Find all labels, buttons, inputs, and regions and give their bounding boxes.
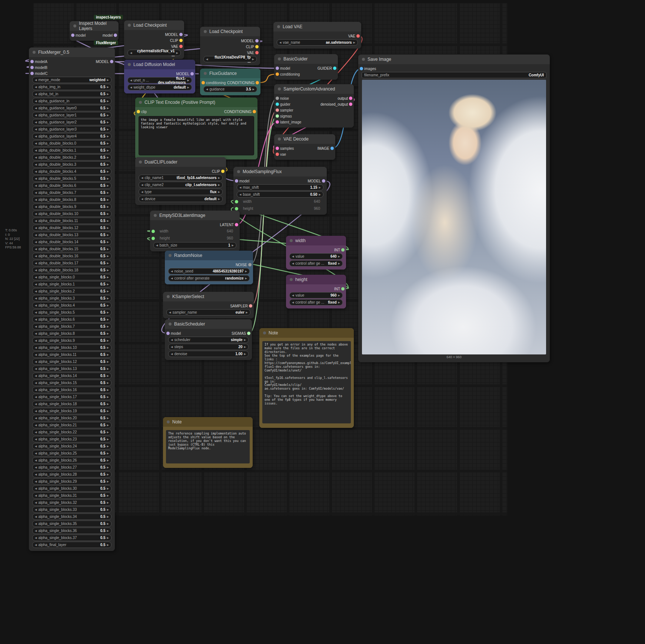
increment-arrow-icon[interactable]: ▶	[107, 318, 109, 321]
decrement-arrow-icon[interactable]: ◀	[35, 494, 37, 497]
increment-arrow-icon[interactable]: ▶	[107, 529, 109, 532]
collapse-dot-icon[interactable]	[278, 57, 281, 60]
increment-arrow-icon[interactable]: ▶	[107, 466, 109, 469]
decrement-arrow-icon[interactable]: ◀	[35, 438, 37, 440]
node-load-diffusion-model[interactable]: Load Diffusion ModelMODEL◀unet_n ...flux…	[124, 60, 195, 93]
widget-value[interactable]: 0.5	[80, 212, 105, 216]
decrement-arrow-icon[interactable]: ◀	[35, 297, 37, 300]
widget-value[interactable]: 0.5	[78, 529, 105, 533]
increment-arrow-icon[interactable]: ▶	[252, 58, 254, 60]
widget-alpha_single_blocks.24[interactable]: ◀alpha_single_blocks.240.5▶	[32, 443, 112, 449]
widget-value[interactable]: 0.5	[80, 247, 105, 251]
increment-arrow-icon[interactable]: ▶	[107, 283, 109, 285]
node-title-ksampler-select[interactable]: KSamplerSelect	[163, 292, 254, 301]
increment-arrow-icon[interactable]: ▶	[107, 473, 109, 476]
widget-value[interactable]: 0.5	[80, 240, 105, 244]
decrement-arrow-icon[interactable]: ◀	[130, 86, 132, 89]
increment-arrow-icon[interactable]: ▶	[107, 149, 109, 152]
widget-alpha_guidance_layer2[interactable]: ◀alpha_guidance_layer20.5▶	[32, 119, 112, 125]
decrement-arrow-icon[interactable]: ◀	[35, 501, 37, 504]
decrement-arrow-icon[interactable]: ◀	[130, 79, 132, 82]
node-ksampler-select[interactable]: KSamplerSelectSAMPLER◀sampler_nameeuler▶	[163, 292, 254, 318]
input-port-clip-icon[interactable]	[137, 110, 140, 113]
widget-clip_name1[interactable]: ◀clip_name1t5xxl_fp16.safetensors▶	[139, 175, 223, 181]
widget-clip_name2[interactable]: ◀clip_name2clip_l.safetensors▶	[139, 182, 223, 188]
widget-alpha_double_blocks.2[interactable]: ◀alpha_double_blocks.20.5▶	[32, 154, 112, 161]
increment-arrow-icon[interactable]: ▶	[107, 241, 109, 243]
decrement-arrow-icon[interactable]: ◀	[35, 269, 37, 271]
node-title-save-image[interactable]: Save Image	[358, 55, 550, 64]
widget-value[interactable]: 0.5	[78, 522, 105, 526]
node-dual-clip-loader[interactable]: DualCLIPLoaderCLIP◀clip_name1t5xxl_fp16.…	[135, 157, 226, 205]
increment-arrow-icon[interactable]: ▶	[107, 290, 109, 293]
widget-value[interactable]: 0.5	[76, 331, 106, 336]
widget-value[interactable]: 0.5	[78, 198, 106, 202]
input-port-height-icon[interactable]	[152, 237, 155, 240]
widget-alpha_single_blocks.1[interactable]: ◀alpha_single_blocks.10.5▶	[32, 281, 112, 287]
output-port-LATENT-icon[interactable]	[235, 223, 238, 227]
node-title-empty-sd3-latent-image[interactable]: EmptySD3LatentImage	[150, 211, 240, 220]
increment-arrow-icon[interactable]: ▶	[107, 339, 109, 342]
widget-value[interactable]: 0.5	[78, 184, 106, 188]
collapse-dot-icon[interactable]	[154, 214, 157, 217]
widget-value[interactable]: 960	[306, 293, 336, 297]
output-port-VAE-icon[interactable]	[356, 34, 360, 38]
decrement-arrow-icon[interactable]: ◀	[292, 294, 294, 297]
input-port-modelA-icon[interactable]	[30, 60, 34, 63]
widget-value[interactable]: default	[157, 197, 216, 201]
widget-value[interactable]: 0.5	[78, 395, 105, 399]
increment-arrow-icon[interactable]: ▶	[218, 176, 220, 179]
output-port-CONDITIONING-icon[interactable]	[253, 110, 256, 113]
increment-arrow-icon[interactable]: ▶	[107, 234, 109, 236]
widget-alpha_guidance_layer0[interactable]: ◀alpha_guidance_layer00.5▶	[32, 105, 112, 111]
output-port-model-icon[interactable]	[114, 34, 117, 37]
widget-value[interactable]: 486545319280197	[195, 269, 244, 273]
widget-value[interactable]: 0.5	[78, 127, 106, 131]
input-port-model-icon[interactable]	[166, 332, 170, 335]
increment-arrow-icon[interactable]: ▶	[107, 536, 109, 539]
widget-value[interactable]: 0.5	[62, 85, 106, 89]
decrement-arrow-icon[interactable]: ◀	[35, 121, 37, 123]
increment-arrow-icon[interactable]: ▶	[107, 114, 109, 116]
widget-alpha_double_blocks.15[interactable]: ◀alpha_double_blocks.150.5▶	[32, 246, 112, 252]
widget-noise_seed[interactable]: ◀noise_seed486545319280197▶	[168, 268, 250, 274]
increment-arrow-icon[interactable]: ▶	[319, 193, 321, 196]
output-port-MODEL-icon[interactable]	[110, 60, 113, 63]
collapse-dot-icon[interactable]	[33, 51, 36, 54]
decrement-arrow-icon[interactable]: ◀	[292, 262, 294, 265]
collapse-dot-icon[interactable]	[139, 101, 142, 104]
decrement-arrow-icon[interactable]: ◀	[35, 424, 37, 426]
output-port-output-icon[interactable]	[349, 97, 352, 100]
node-title-load-vae[interactable]: Load VAE	[273, 22, 361, 32]
decrement-arrow-icon[interactable]: ◀	[130, 52, 132, 54]
increment-arrow-icon[interactable]: ▶	[319, 186, 321, 189]
input-port-noise-icon[interactable]	[276, 97, 279, 100]
output-port-SIGMAS-icon[interactable]	[247, 332, 250, 335]
widget-value[interactable]: 0.5	[71, 99, 105, 103]
widget-steps[interactable]: ◀steps20▶	[168, 344, 249, 350]
widget-alpha_double_blocks.10[interactable]: ◀alpha_double_blocks.100.5▶	[32, 211, 112, 217]
widget-alpha_single_blocks.29[interactable]: ◀alpha_single_blocks.290.5▶	[32, 478, 112, 485]
widget-value[interactable]: 0.5	[78, 515, 105, 519]
widget-value[interactable]: flux1-dev.safetensors	[150, 76, 186, 85]
decrement-arrow-icon[interactable]: ◀	[141, 191, 143, 193]
widget-value[interactable]: 0.5	[78, 205, 106, 209]
decrement-arrow-icon[interactable]: ◀	[35, 142, 37, 145]
increment-arrow-icon[interactable]: ▶	[107, 163, 109, 166]
node-flux-merger[interactable]: FluxMerger_0.5modelAMODELmodelBmodelC◀me…	[29, 47, 115, 551]
decrement-arrow-icon[interactable]: ◀	[35, 107, 37, 109]
increment-arrow-icon[interactable]: ▶	[107, 374, 109, 377]
node-load-vae[interactable]: Load VAEVAE◀vae_nameae.safetensors▶	[273, 22, 361, 49]
widget-value[interactable]: 0.5	[78, 451, 105, 455]
widget-value[interactable]: 0.5	[78, 360, 105, 364]
node-title-vae-decode[interactable]: VAE Decode	[274, 134, 335, 144]
node-note-directories[interactable]: NoteIf you get an error in any of the no…	[259, 328, 354, 428]
widget-value[interactable]: 0.5	[80, 254, 105, 258]
decrement-arrow-icon[interactable]: ◀	[35, 241, 37, 243]
node-title-load-diffusion-model[interactable]: Load Diffusion Model	[124, 60, 195, 69]
increment-arrow-icon[interactable]: ▶	[107, 184, 109, 187]
widget-value[interactable]: ◀flux1KreaDevFP8_fp ...▶	[203, 56, 257, 62]
increment-arrow-icon[interactable]: ▶	[107, 177, 109, 180]
decrement-arrow-icon[interactable]: ◀	[35, 544, 37, 546]
input-port-model-icon[interactable]	[276, 67, 279, 70]
